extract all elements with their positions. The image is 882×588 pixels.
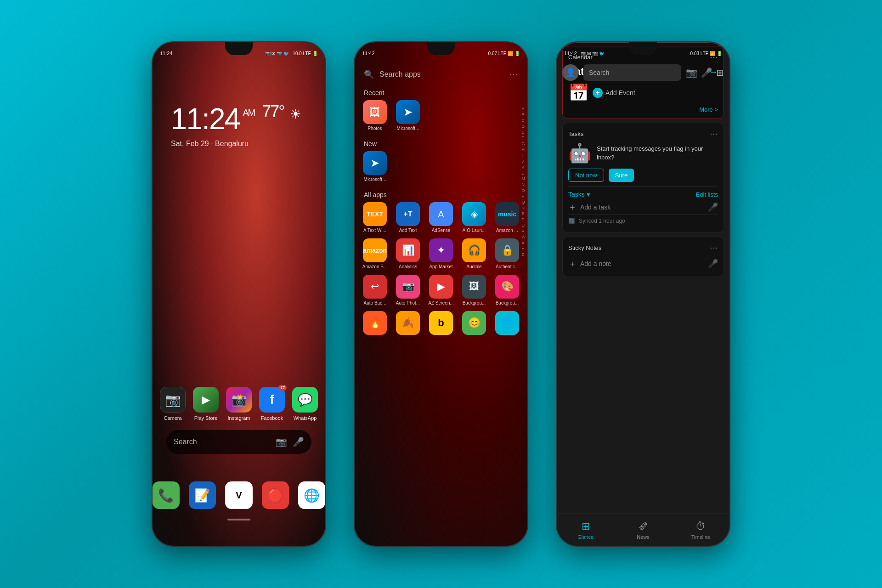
settings-icon-launcher[interactable]: ⊞ — [716, 67, 724, 78]
tasks-card-header: Tasks ⋯ — [568, 129, 718, 139]
mic-icon-launcher[interactable]: 🎤 — [701, 67, 712, 78]
recent-section-label: Recent — [355, 87, 527, 100]
drawer-app-r4a[interactable]: 🔥 — [360, 311, 390, 335]
whatsapp-label: WhatsApp — [294, 415, 317, 421]
sticky-notes-card: Sticky Notes ⋯ ＋ Add a note 🎤 — [562, 237, 724, 277]
search-bar[interactable]: Search 📷 🎤 — [166, 430, 311, 454]
bottom-red-app[interactable]: 🔴 — [262, 481, 289, 509]
tasks-menu-icon[interactable]: ⋯ — [710, 129, 718, 139]
bottom-veed[interactable]: V — [225, 481, 252, 509]
instagram-label: Instagram — [228, 415, 250, 421]
drawer-app-audible[interactable]: 🎧 Audible — [459, 238, 489, 269]
camera-icon-launcher[interactable]: 📷 — [686, 67, 697, 78]
amazon-shop-label: Amazon S... — [361, 264, 389, 269]
drawer-search-row[interactable]: 🔍 Search apps ⋯ — [355, 65, 527, 84]
app-camera[interactable]: 📷 Camera — [160, 387, 186, 421]
add-note-text[interactable]: Add a note — [580, 260, 704, 267]
drawer-app-adsense[interactable]: A AdSense — [426, 202, 456, 233]
drawer-app-aio[interactable]: ◈ AIO Laun... — [459, 202, 489, 233]
add-task-plus-icon: ＋ — [568, 202, 577, 213]
r4e-icon: 🌐 — [495, 311, 519, 335]
bottom-dock: 📞 📝 V 🔴 🌐 — [153, 481, 325, 509]
app-whatsapp[interactable]: 💬 WhatsApp — [292, 387, 318, 421]
user-avatar[interactable]: 👤 — [562, 64, 579, 81]
addtext-icon: +T — [396, 202, 420, 226]
camera-label: Camera — [164, 415, 181, 421]
aio-icon: ◈ — [462, 202, 486, 226]
drawer-app-r4c[interactable]: b — [426, 311, 456, 335]
facebook-badge: 17 — [278, 385, 287, 390]
drawer-app-azscreen[interactable]: ▶ AZ Screen... — [426, 275, 456, 305]
bottom-phone[interactable]: 📞 — [153, 481, 180, 509]
appmarket-label: App Market — [427, 264, 455, 269]
add-task-text[interactable]: Add a task — [580, 204, 704, 211]
drawer-app-autobac[interactable]: ↩ Auto Bac... — [360, 275, 390, 305]
drawer-app-r4b[interactable]: 🍂 — [393, 311, 423, 335]
amazon-music-label: Amazon ... — [493, 228, 521, 233]
app-playstore[interactable]: ▶ Play Store — [193, 387, 219, 421]
tasks-promo-text: Start tracking messages you flag in your… — [597, 145, 718, 161]
drawer-app-appmarket[interactable]: ✦ App Market — [426, 238, 456, 269]
drawer-app-r4d[interactable]: 😊 — [459, 311, 489, 335]
nav-glance[interactable]: ⊞ Glance — [557, 514, 614, 546]
sure-button[interactable]: Sure — [609, 169, 634, 182]
drawer-app-authentic[interactable]: 🔒 Authentic... — [492, 238, 522, 269]
drawer-app-photos[interactable]: 🖼 Photos — [360, 100, 390, 131]
autophoto-label: Auto Phot... — [394, 300, 422, 305]
appmarket-icon: ✦ — [429, 238, 453, 262]
main-app-row: 📷 Camera ▶ Play Store 📸 Instagram f 17 — [162, 387, 316, 421]
drawer-app-analytics[interactable]: 📊 Analytics — [393, 238, 423, 269]
atext-label: A Text Wi... — [361, 228, 389, 233]
calendar-icon: 📅 — [568, 83, 589, 102]
drawer-app-r4e[interactable]: 🌐 — [492, 311, 522, 335]
calendar-add-event: 📅 + Add Event — [568, 83, 718, 102]
azscreen-label: AZ Screen... — [427, 300, 455, 305]
calendar-more-link[interactable]: More > — [568, 106, 718, 113]
status-icons-left-3: 📷 ✉ 📷 🐦 — [581, 51, 605, 56]
add-note-plus-icon: ＋ — [568, 258, 577, 269]
not-now-button[interactable]: Not now — [568, 169, 604, 182]
mic-search-icon[interactable]: 🎤 — [293, 436, 304, 447]
drawer-app-atext[interactable]: TEXT A Text Wi... — [360, 202, 390, 233]
launcher-search-box[interactable]: Search — [583, 64, 681, 81]
clock-time: 11:24 — [171, 102, 240, 136]
status-time-1: 11:24 — [160, 51, 173, 56]
adsense-label: AdSense — [427, 228, 455, 233]
drawer-app-amazon-music[interactable]: music Amazon ... — [492, 202, 522, 233]
edit-lists-link[interactable]: Edit lists — [696, 191, 718, 198]
launcher-header: 👤 Search 📷 🎤 ⊞ — [557, 61, 729, 85]
phone-launcher: 11:42 📷 ✉ 📷 🐦 0.03 LTE 📶 🔋 👤 Search 📷 🎤 … — [556, 41, 730, 547]
nav-timeline[interactable]: ⏱ Timeline — [672, 514, 729, 546]
bottom-nav: ⊞ Glance 🗞 News ⏱ Timeline — [557, 514, 729, 546]
add-event-button[interactable]: + Add Event — [593, 88, 635, 98]
time-widget: 11:24 AM 77° ☀ Sat, Feb 29 · Bengaluru — [171, 102, 300, 148]
drawer-app-microsoft-recent[interactable]: ➤ Microsoft... — [393, 100, 423, 131]
tasks-dropdown[interactable]: Tasks ▾ — [568, 191, 590, 198]
drawer-app-background[interactable]: 🖼 Backgrou... — [459, 275, 489, 305]
add-note-mic-icon[interactable]: 🎤 — [708, 259, 718, 269]
bottom-notes[interactable]: 📝 — [189, 481, 216, 509]
camera-icon: 📷 — [160, 387, 186, 413]
new-section-label: New — [355, 138, 527, 151]
bottom-chrome[interactable]: 🌐 — [298, 481, 325, 509]
add-task-mic-icon[interactable]: 🎤 — [708, 202, 718, 212]
app-instagram[interactable]: 📸 Instagram — [226, 387, 252, 421]
nav-news[interactable]: 🗞 News — [614, 514, 672, 546]
sticky-notes-menu-icon[interactable]: ⋯ — [710, 243, 718, 253]
drawer-app-amazon-shop[interactable]: amazon Amazon S... — [360, 238, 390, 269]
audible-label: Audible — [460, 264, 488, 269]
drawer-search-icon: 🔍 — [364, 69, 374, 79]
drawer-app-microsoft-new[interactable]: ➤ Microsoft... — [360, 151, 390, 182]
sticky-notes-header: Sticky Notes ⋯ — [568, 243, 718, 253]
glance-icon: ⊞ — [582, 520, 590, 532]
autobac-label: Auto Bac... — [361, 300, 389, 305]
facebook-icon: f 17 — [259, 387, 285, 413]
add-note-row: ＋ Add a note 🎤 — [568, 256, 718, 271]
drawer-app-autophoto[interactable]: 📷 Auto Phot... — [393, 275, 423, 305]
status-time-2: 11:42 — [362, 51, 375, 56]
drawer-app-background2[interactable]: 🎨 Backgrou... — [492, 275, 522, 305]
app-facebook[interactable]: f 17 Facebook — [259, 387, 285, 421]
drawer-app-addtext[interactable]: +T Add Text — [393, 202, 423, 233]
drawer-menu-icon[interactable]: ⋯ — [509, 69, 518, 80]
camera-search-icon[interactable]: 📷 — [276, 436, 287, 447]
